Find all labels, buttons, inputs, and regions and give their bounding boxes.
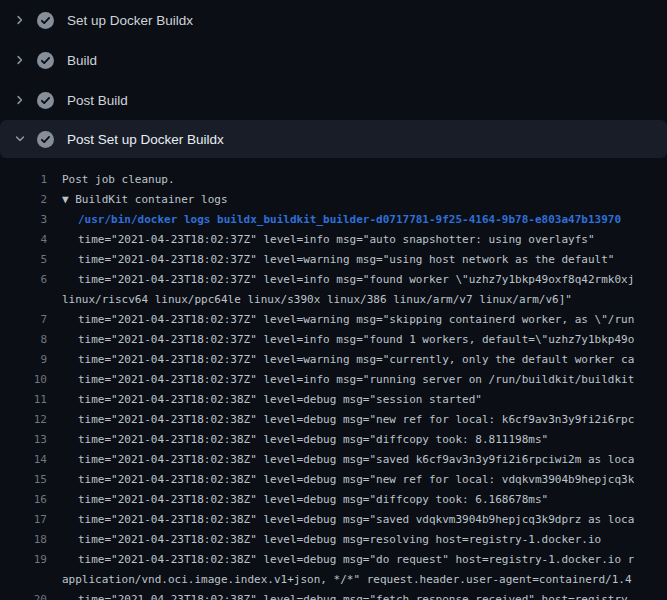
line-number [0,290,47,310]
log-text: time="2021-04-23T18:02:37Z" level=info m… [78,370,634,390]
line-number[interactable]: 17 [0,510,47,530]
line-number[interactable]: 9 [0,350,47,370]
log-line[interactable]: 7time="2021-04-23T18:02:37Z" level=warni… [0,310,667,330]
log-text: time="2021-04-23T18:02:37Z" level=warnin… [78,250,614,270]
line-number[interactable]: 14 [0,450,47,470]
line-number[interactable]: 20 [0,590,47,600]
step-title: Post Build [67,93,128,108]
check-circle-icon [37,52,54,69]
log-text: time="2021-04-23T18:02:38Z" level=debug … [78,510,634,530]
log-text: time="2021-04-23T18:02:38Z" level=debug … [78,590,634,600]
log-line[interactable]: 1Post job cleanup. [0,170,667,190]
log-text: Post job cleanup. [62,170,175,190]
line-number[interactable]: 13 [0,430,47,450]
log-text: time="2021-04-23T18:02:37Z" level=info m… [78,230,595,250]
log-text: time="2021-04-23T18:02:37Z" level=warnin… [78,350,634,370]
check-circle-icon [37,131,54,148]
log-line[interactable]: 8time="2021-04-23T18:02:37Z" level=info … [0,330,667,350]
log-line[interactable]: 19time="2021-04-23T18:02:38Z" level=debu… [0,550,667,570]
line-number[interactable]: 2 [0,190,47,210]
step-title: Set up Docker Buildx [67,13,193,28]
log-line[interactable]: 9time="2021-04-23T18:02:37Z" level=warni… [0,350,667,370]
log-line[interactable]: 20time="2021-04-23T18:02:38Z" level=debu… [0,590,667,600]
line-number[interactable]: 7 [0,310,47,330]
log-text: linux/riscv64 linux/ppc64le linux/s390x … [62,290,572,310]
chevron-right-icon [14,14,26,26]
step-title: Build [67,53,97,68]
log-text: time="2021-04-23T18:02:37Z" level=info m… [78,330,634,350]
line-number[interactable]: 19 [0,550,47,570]
check-circle-icon [37,12,54,29]
line-number[interactable]: 4 [0,230,47,250]
chevron-right-icon [14,94,26,106]
log-text: time="2021-04-23T18:02:37Z" level=info m… [78,270,634,290]
log-line[interactable]: 6time="2021-04-23T18:02:37Z" level=info … [0,270,667,290]
log-line[interactable]: 16time="2021-04-23T18:02:38Z" level=debu… [0,490,667,510]
log-lines: 1Post job cleanup.2▼ BuildKit container … [0,158,667,600]
log-line[interactable]: 14time="2021-04-23T18:02:38Z" level=debu… [0,450,667,470]
line-number[interactable]: 12 [0,410,47,430]
log-group-toggle-text[interactable]: ▼ BuildKit container logs [62,190,228,210]
line-number[interactable]: 5 [0,250,47,270]
line-number[interactable]: 6 [0,270,47,290]
log-line[interactable]: 10time="2021-04-23T18:02:37Z" level=info… [0,370,667,390]
log-line[interactable]: 3/usr/bin/docker logs buildx_buildkit_bu… [0,210,667,230]
log-line[interactable]: 2▼ BuildKit container logs [0,190,667,210]
log-text: time="2021-04-23T18:02:38Z" level=debug … [78,410,634,430]
line-number[interactable]: 18 [0,530,47,550]
log-text: time="2021-04-23T18:02:38Z" level=debug … [78,490,548,510]
step-header-set-up-docker-buildx[interactable]: Set up Docker Buildx [0,0,667,40]
log-line[interactable]: 4time="2021-04-23T18:02:37Z" level=info … [0,230,667,250]
step-header-post-set-up-docker-buildx[interactable]: Post Set up Docker Buildx [0,120,667,158]
step-title: Post Set up Docker Buildx [67,132,224,147]
chevron-down-icon [14,133,26,145]
step-header-post-build[interactable]: Post Build [0,80,667,120]
log-line-wrap[interactable]: application/vnd.oci.image.index.v1+json,… [0,570,667,590]
log-line[interactable]: 5time="2021-04-23T18:02:37Z" level=warni… [0,250,667,270]
log-text: application/vnd.oci.image.index.v1+json,… [62,570,632,590]
line-number[interactable]: 16 [0,490,47,510]
step-list: Set up Docker BuildxBuildPost BuildPost … [0,0,667,158]
log-line[interactable]: 17time="2021-04-23T18:02:38Z" level=debu… [0,510,667,530]
log-line[interactable]: 12time="2021-04-23T18:02:38Z" level=debu… [0,410,667,430]
line-number[interactable]: 15 [0,470,47,490]
line-number[interactable]: 11 [0,390,47,410]
line-number[interactable]: 8 [0,330,47,350]
log-line[interactable]: 11time="2021-04-23T18:02:38Z" level=debu… [0,390,667,410]
log-text: time="2021-04-23T18:02:37Z" level=warnin… [78,310,634,330]
log-text: time="2021-04-23T18:02:38Z" level=debug … [78,390,482,410]
log-line[interactable]: 18time="2021-04-23T18:02:38Z" level=debu… [0,530,667,550]
log-line-wrap[interactable]: linux/riscv64 linux/ppc64le linux/s390x … [0,290,667,310]
step-header-build[interactable]: Build [0,40,667,80]
line-number[interactable]: 10 [0,370,47,390]
log-text: time="2021-04-23T18:02:38Z" level=debug … [78,470,634,490]
log-line[interactable]: 15time="2021-04-23T18:02:38Z" level=debu… [0,470,667,490]
log-command-text: /usr/bin/docker logs buildx_buildkit_bui… [78,210,621,230]
chevron-right-icon [14,54,26,66]
log-text: time="2021-04-23T18:02:38Z" level=debug … [78,550,634,570]
line-number[interactable]: 3 [0,210,47,230]
check-circle-icon [37,92,54,109]
log-text: time="2021-04-23T18:02:38Z" level=debug … [78,430,548,450]
line-number [0,570,47,590]
log-text: time="2021-04-23T18:02:38Z" level=debug … [78,530,601,550]
log-line[interactable]: 13time="2021-04-23T18:02:38Z" level=debu… [0,430,667,450]
line-number[interactable]: 1 [0,170,47,190]
workflow-log-viewer: Set up Docker BuildxBuildPost BuildPost … [0,0,667,600]
log-text: time="2021-04-23T18:02:38Z" level=debug … [78,450,634,470]
